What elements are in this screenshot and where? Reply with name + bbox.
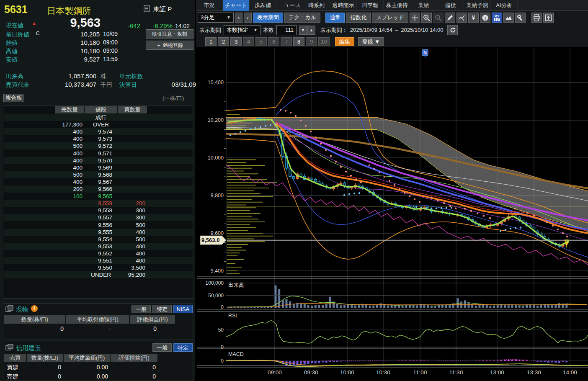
yen-icon[interactable]: ¥: [468, 13, 479, 23]
price: 9,567: [85, 178, 112, 185]
pencil-icon[interactable]: [445, 13, 455, 23]
order-book-row[interactable]: 9,558300: [4, 207, 193, 214]
edit-preset-button[interactable]: 編集: [335, 37, 354, 46]
reset-view-icon[interactable]: [447, 25, 458, 35]
range-label: 表示期間: [199, 26, 221, 34]
order-book-row[interactable]: 9,556500: [4, 221, 193, 229]
preset-button-5[interactable]: 5: [255, 37, 267, 46]
account-tab-一般[interactable]: 一般: [132, 305, 151, 313]
order-book-row[interactable]: 9,551400: [4, 257, 193, 264]
count-mode-select[interactable]: 本数指定▼: [224, 25, 260, 35]
prev-button[interactable]: ‹: [235, 13, 242, 23]
trendline-icon[interactable]: [456, 13, 467, 23]
mountain-icon[interactable]: [503, 13, 514, 23]
preset-button-6[interactable]: 6: [268, 37, 279, 46]
price: 9,571: [85, 150, 112, 157]
order-book-row[interactable]: 4009,571: [4, 150, 193, 157]
order-book-row[interactable]: 5009,568: [4, 171, 193, 178]
order-book-row[interactable]: 9,5503,500: [4, 264, 193, 271]
order-book-row[interactable]: 1009,565: [4, 193, 193, 200]
bar-count-input[interactable]: 111: [276, 25, 297, 35]
spread-mode-button[interactable]: スプレッド: [372, 13, 408, 23]
price: 9,569: [85, 164, 112, 171]
tab-歩み値[interactable]: 歩み値: [250, 0, 276, 11]
preset-button-7[interactable]: 7: [281, 37, 292, 46]
price-chart[interactable]: 10,40010,20010,0009,8009,6009,4009,563.0…: [197, 47, 588, 381]
preset-button-3[interactable]: 3: [230, 37, 242, 46]
order-book-row[interactable]: UNDER95,200: [4, 271, 193, 278]
preset-button-4[interactable]: 4: [243, 37, 254, 46]
order-book-row[interactable]: 9,555400: [4, 229, 193, 236]
tab-AI分析[interactable]: AI分析: [491, 0, 518, 11]
preset-button-10[interactable]: 10: [318, 37, 330, 46]
account-tab-NISA[interactable]: NISA: [173, 305, 193, 313]
trade-caution-button[interactable]: 取引注意・規制: [146, 29, 193, 39]
svg-text:10:00: 10:00: [340, 369, 354, 376]
order-book-row[interactable]: 4009,569: [4, 164, 193, 171]
tab-業績予測[interactable]: 業績予測: [464, 0, 491, 11]
order-book-row[interactable]: 4009,570: [4, 157, 193, 164]
buy-qty: [118, 185, 145, 193]
wrench-icon[interactable]: [515, 13, 526, 23]
warning-icon: !: [31, 305, 38, 312]
tab-指標[interactable]: 指標: [437, 0, 464, 11]
tab-適時開示[interactable]: 適時開示: [330, 0, 357, 11]
tab-業績[interactable]: 業績: [410, 0, 437, 11]
account-tab-一般[interactable]: 一般: [152, 343, 172, 352]
order-book-row[interactable]: 2009,566: [4, 185, 193, 193]
account-tab-特定[interactable]: 特定: [152, 305, 172, 313]
svg-text:100,000: 100,000: [206, 280, 224, 286]
chart-presets: 12345678910編集登録 ▼: [205, 37, 384, 46]
order-book-row[interactable]: 9,554500: [4, 236, 193, 243]
macd-histogram: [244, 360, 568, 366]
price: 9,570: [85, 157, 112, 164]
preset-button-9[interactable]: 9: [306, 37, 317, 46]
tab-時系列[interactable]: 時系列: [303, 0, 330, 11]
popout-icon[interactable]: [5, 344, 14, 353]
tab-チャート[interactable]: チャート: [223, 0, 250, 11]
my-chart-icon[interactable]: MY: [492, 13, 502, 23]
buy-qty: 500: [118, 221, 145, 229]
popout-icon[interactable]: [5, 305, 14, 314]
printer-icon[interactable]: [531, 13, 542, 23]
tab-四季報[interactable]: 四季報: [357, 0, 384, 11]
order-book-row[interactable]: 177,300OVER: [4, 121, 193, 128]
tab-市況[interactable]: 市況: [196, 0, 223, 11]
order-book-row[interactable]: 9,559200: [4, 200, 193, 207]
account-tab-特定[interactable]: 特定: [173, 343, 193, 352]
next-button[interactable]: ›: [244, 13, 251, 23]
preset-button-8[interactable]: 8: [293, 37, 304, 46]
order-book-row[interactable]: 5009,572: [4, 142, 193, 149]
indexed-mode-button[interactable]: 指数化: [346, 13, 371, 23]
tab-株主優待[interactable]: 株主優待: [384, 0, 410, 11]
order-book-row[interactable]: 9,557300: [4, 214, 193, 221]
order-book-row[interactable]: 9,553400: [4, 243, 193, 250]
order-book-row[interactable]: 4009,574: [4, 128, 193, 135]
info-icon[interactable]: i: [480, 13, 490, 23]
order-book-row[interactable]: 4009,573: [4, 135, 193, 142]
tab-ニュース[interactable]: ニュース: [276, 0, 303, 11]
order-book-row[interactable]: 4009,567: [4, 178, 193, 185]
board-unit-note: (一株/口): [162, 95, 184, 102]
display-period-button[interactable]: 表示期間: [253, 13, 283, 23]
technical-button[interactable]: テクニカル: [284, 13, 321, 23]
composite-board-button[interactable]: 複合板: [3, 94, 24, 102]
zoom-in-icon[interactable]: [421, 13, 432, 23]
crosshair-icon[interactable]: [410, 13, 420, 23]
add-watchlist-button[interactable]: ＋ 銘柄登録: [146, 41, 193, 50]
timeframe-select[interactable]: 3分足▼: [198, 13, 234, 23]
export-icon[interactable]: [543, 13, 554, 23]
count-down-button[interactable]: ▼: [299, 26, 307, 35]
preset-button-2[interactable]: 2: [218, 37, 229, 46]
svg-text:14:00: 14:00: [563, 369, 577, 376]
normal-mode-button[interactable]: 通常: [325, 13, 345, 23]
count-up-button[interactable]: ▲: [307, 26, 315, 35]
svg-text:i: i: [485, 15, 486, 21]
preset-button-1[interactable]: 1: [205, 37, 217, 46]
pl: 0: [111, 364, 156, 371]
register-preset-button[interactable]: 登録 ▼: [358, 37, 384, 46]
sell-qty: 500: [55, 142, 83, 149]
margin-col-pl: 評価損益(円): [111, 354, 157, 362]
order-book-row[interactable]: 成行: [4, 114, 193, 121]
order-book-row[interactable]: 9,552400: [4, 250, 193, 257]
